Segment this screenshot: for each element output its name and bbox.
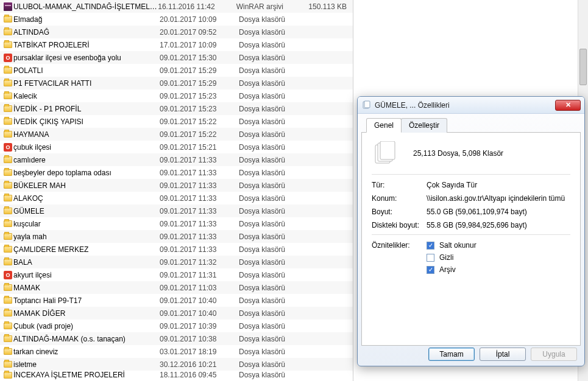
file-date: 09.01.2017 11:31 xyxy=(160,271,239,279)
cancel-button[interactable]: İptal xyxy=(480,348,526,361)
close-button[interactable]: ✕ xyxy=(555,100,581,111)
apply-button: Uygula xyxy=(531,348,577,361)
list-item[interactable]: ULUBOL-MAMAK_ALTINDAĞ-İŞLETMELER16.11.20… xyxy=(0,0,353,13)
list-item[interactable]: ALTINDAĞ-MAMAK (o.s. tanaçan)09.01.2017 … xyxy=(0,332,353,345)
file-type: Dosya klasörü xyxy=(239,28,312,37)
checkbox-readonly[interactable] xyxy=(427,242,434,250)
file-date: 09.01.2017 11:33 xyxy=(160,207,239,215)
folder-icon xyxy=(4,118,12,125)
file-date: 18.11.2016 09:45 xyxy=(160,371,239,379)
file-type: Dosya klasörü xyxy=(239,169,312,177)
file-date: 16.11.2016 11:42 xyxy=(158,2,236,11)
list-item[interactable]: TATBİKAT PROJELERİ17.01.2017 10:09Dosya … xyxy=(0,38,353,51)
folder-icon xyxy=(4,208,12,214)
folder-icon xyxy=(4,310,12,316)
list-item[interactable]: GÜMELE09.01.2017 11:33Dosya klasörü xyxy=(0,204,353,217)
list-item[interactable]: BALA09.01.2017 11:32Dosya klasörü xyxy=(0,256,353,268)
file-date: 09.01.2017 11:32 xyxy=(160,258,239,267)
list-item[interactable]: İVEDİK ÇIKIŞ YAPISI09.01.2017 15:22Dosya… xyxy=(0,115,353,128)
file-date: 09.01.2017 11:03 xyxy=(160,284,239,292)
offline-folder-icon xyxy=(4,271,12,279)
file-type: Dosya klasörü xyxy=(239,41,312,49)
list-item[interactable]: camlıdere09.01.2017 11:33Dosya klasörü xyxy=(0,153,353,166)
file-list[interactable]: ULUBOL-MAMAK_ALTINDAĞ-İŞLETMELER16.11.20… xyxy=(0,0,353,381)
ok-button[interactable]: Tamam xyxy=(428,348,475,361)
folder-icon xyxy=(4,131,12,138)
list-item[interactable]: MAMAK DİĞER09.01.2017 10:40Dosya klasörü xyxy=(0,307,353,320)
file-type: Dosya klasörü xyxy=(239,143,312,152)
file-date: 09.01.2017 15:30 xyxy=(160,54,239,62)
list-item[interactable]: MAMAK09.01.2017 11:03Dosya klasörü xyxy=(0,281,353,294)
file-date: 09.01.2017 15:23 xyxy=(160,92,239,100)
file-name: yayla mah xyxy=(13,232,160,241)
list-item[interactable]: tarkan cineviz03.01.2017 18:19Dosya klas… xyxy=(0,345,353,358)
checkbox-hidden[interactable] xyxy=(427,254,434,262)
file-name: İVEDİK ÇIKIŞ YAPISI xyxy=(13,117,160,126)
file-name: TATBİKAT PROJELERİ xyxy=(13,41,160,49)
file-type: Dosya klasörü xyxy=(239,92,312,100)
list-item[interactable]: POLATLI09.01.2017 15:29Dosya klasörü xyxy=(0,64,353,77)
dialog-button-bar: Tamam İptal Uygula xyxy=(358,348,584,361)
list-item[interactable]: P1 FETVACILAR HATTI09.01.2017 15:29Dosya… xyxy=(0,77,353,89)
file-name: Elmadağ xyxy=(13,15,160,24)
file-name: beşbeyler depo toplama odası xyxy=(13,169,160,177)
list-item[interactable]: kuşcular09.01.2017 11:33Dosya klasörü xyxy=(0,217,353,230)
file-type: Dosya klasörü xyxy=(239,117,312,126)
dialog-title: GÜMELE, ... Özellikleri xyxy=(375,101,555,110)
file-name: P1 FETVACILAR HATTI xyxy=(13,79,160,88)
list-item[interactable]: beşbeyler depo toplama odası09.01.2017 1… xyxy=(0,166,353,179)
list-item[interactable]: Elmadağ20.01.2017 10:09Dosya klasörü xyxy=(0,13,353,26)
list-item[interactable]: İNCEKAYA İŞLETME PROJELERİ18.11.2016 09:… xyxy=(0,371,353,379)
list-item[interactable]: yayla mah09.01.2017 11:33Dosya klasörü xyxy=(0,230,353,243)
dialog-titlebar[interactable]: GÜMELE, ... Özellikleri ✕ xyxy=(358,97,584,114)
checkbox-archive[interactable] xyxy=(427,266,434,274)
folder-icon xyxy=(4,246,12,253)
list-item[interactable]: Çubuk (vadi proje)09.01.2017 10:39Dosya … xyxy=(0,320,353,332)
file-type: Dosya klasörü xyxy=(239,245,312,254)
file-name: BALA xyxy=(13,258,160,267)
close-icon: ✕ xyxy=(565,101,571,109)
file-date: 09.01.2017 11:33 xyxy=(160,169,239,177)
offline-folder-icon xyxy=(4,143,12,152)
file-date: 30.12.2016 10:21 xyxy=(160,360,239,369)
file-date: 09.01.2017 15:22 xyxy=(160,117,239,126)
list-item[interactable]: İVEDİK - P1 PROFİL09.01.2017 15:23Dosya … xyxy=(0,102,353,115)
list-item[interactable]: HAYMANA09.01.2017 15:22Dosya klasörü xyxy=(0,128,353,141)
file-date: 09.01.2017 11:33 xyxy=(160,194,239,203)
file-type: Dosya klasörü xyxy=(239,309,312,318)
folder-icon xyxy=(4,361,12,368)
attr-readonly-label: Salt okunur xyxy=(439,241,476,250)
file-date: 09.01.2017 11:33 xyxy=(160,181,239,190)
file-date: 09.01.2017 10:40 xyxy=(160,309,239,318)
file-name: HAYMANA xyxy=(13,130,160,139)
tab-customize[interactable]: Özelleştir xyxy=(401,118,447,133)
file-name: akyurt ilçesi xyxy=(13,271,160,279)
folder-icon xyxy=(4,29,12,35)
tab-general[interactable]: Genel xyxy=(366,118,402,133)
file-name: ÇAMLIDERE MERKEZ xyxy=(13,245,160,254)
file-type: Dosya klasörü xyxy=(239,15,312,24)
scrollbar-thumb[interactable] xyxy=(579,49,587,85)
folder-icon xyxy=(4,297,12,304)
file-date: 09.01.2017 15:22 xyxy=(160,130,239,139)
file-date: 20.01.2017 10:09 xyxy=(160,15,239,24)
file-type: Dosya klasörü xyxy=(239,66,312,75)
tabpanel-general: 25,113 Dosya, 5,098 Klasör Tür:Çok Sayıd… xyxy=(361,133,581,346)
file-name: ALAKOÇ xyxy=(13,194,160,203)
file-name: İNCEKAYA İŞLETME PROJELERİ xyxy=(13,371,160,379)
list-item[interactable]: Kalecik09.01.2017 15:23Dosya klasörü xyxy=(0,89,353,102)
list-item[interactable]: ALAKOÇ09.01.2017 11:33Dosya klasörü xyxy=(0,192,353,204)
list-item[interactable]: çubuk ilçesi09.01.2017 15:21Dosya klasör… xyxy=(0,141,353,153)
list-item[interactable]: akyurt ilçesi09.01.2017 11:31Dosya klasö… xyxy=(0,268,353,281)
file-type: Dosya klasörü xyxy=(239,322,312,330)
file-name: İVEDİK - P1 PROFİL xyxy=(13,105,160,113)
folder-icon xyxy=(4,182,12,189)
list-item[interactable]: ALTINDAĞ20.01.2017 09:52Dosya klasörü xyxy=(0,26,353,38)
value-disk-size: 55.8 GB (59,984,925,696 bayt) xyxy=(427,221,570,229)
list-item[interactable]: Toptancı Hali P9-T1709.01.2017 10:40Dosy… xyxy=(0,294,353,307)
list-item[interactable]: ÇAMLIDERE MERKEZ09.01.2017 11:33Dosya kl… xyxy=(0,243,353,256)
list-item[interactable]: pursaklar ilçesi ve esenboğa yolu09.01.2… xyxy=(0,51,353,64)
file-type: Dosya klasörü xyxy=(239,371,312,379)
list-item[interactable]: BÜKELER MAH09.01.2017 11:33Dosya klasörü xyxy=(0,179,353,192)
list-item[interactable]: isletme30.12.2016 10:21Dosya klasörü xyxy=(0,358,353,371)
